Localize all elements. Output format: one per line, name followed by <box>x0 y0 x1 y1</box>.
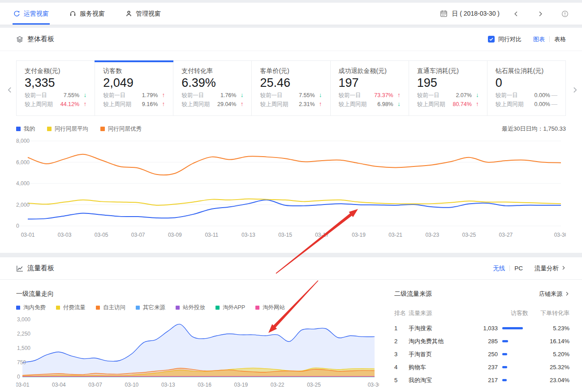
row-rank: 2 <box>394 338 409 345</box>
cards-next-icon[interactable] <box>571 86 578 95</box>
legend-item[interactable]: 同行同层平均 <box>47 125 88 133</box>
calendar-icon[interactable] <box>440 10 448 17</box>
view-table-link[interactable]: 表格 <box>554 35 566 43</box>
metric-label: 客单价(元) <box>260 67 322 75</box>
metric-label: 访客数 <box>103 67 165 75</box>
peer-compare-checkbox[interactable] <box>488 36 495 43</box>
traffic-trend-chart[interactable]: 07501,5002,2503,00003-0103-0403-0703-100… <box>16 314 379 391</box>
row-visitors: 285 <box>470 338 498 345</box>
svg-text:4,000: 4,000 <box>16 180 30 187</box>
traffic-title: 流量看板 <box>27 264 54 273</box>
trend-flat-icon: — <box>550 91 557 99</box>
metric-card-refund-amount[interactable]: 成功退款金额(元)197较前一日73.37%↑较上周同期6.98%↓ <box>331 61 409 115</box>
traffic-analysis-link[interactable]: 流量分析 <box>535 264 566 273</box>
svg-text:03-13: 03-13 <box>241 232 255 238</box>
col-visitors: 访客数 <box>470 309 528 317</box>
metric-value: 195 <box>417 75 479 90</box>
metric-label: 钻石展位消耗(元) <box>496 67 557 75</box>
tab-management[interactable]: 管理视窗 <box>125 3 161 25</box>
metric-label: 支付转化率 <box>181 67 243 75</box>
svg-text:03-04: 03-04 <box>52 382 66 388</box>
row-source: 我的淘宝 <box>409 376 470 384</box>
peer-compare-label[interactable]: 同行对比 <box>498 35 522 43</box>
compare-value: 0.00% <box>535 91 550 99</box>
overview-trend-chart[interactable]: 02,0004,0006,0008,00003-0103-0303-0503-0… <box>16 136 566 244</box>
metric-card-diamond-cost[interactable]: 钻石展位消耗(元)0较前一日0.00%—较上周同期0.00%— <box>487 61 565 115</box>
svg-text:03-25: 03-25 <box>307 382 321 388</box>
source-table-header: 排名流量来源访客数下单转化率 <box>394 309 569 317</box>
table-row[interactable]: 3手淘首页2505.20% <box>394 348 569 361</box>
source-table-body: 1手淘搜索1,0335.23%2淘内免费其他28516.14%3手淘首页2505… <box>394 322 569 387</box>
legend-item[interactable]: 其它来源 <box>136 304 165 311</box>
trend-down-arrow-icon: ↓ <box>315 91 322 99</box>
trend-up-arrow-icon: ↑ <box>236 100 243 108</box>
compare-row: 较上周同期9.16%↑ <box>103 100 165 108</box>
view-chart-link[interactable]: 图表 <box>533 35 545 43</box>
legend-label: 同行同层优秀 <box>108 125 142 133</box>
compare-value: 44.12% <box>60 100 79 108</box>
row-rank: 4 <box>394 364 409 371</box>
metric-card-ztc-cost[interactable]: 直通车消耗(元)195较前一日2.07%↓较上周同期80.74%↑ <box>409 61 487 115</box>
traffic-controls: 无线 PC 流量分析 <box>493 264 566 273</box>
svg-text:750: 750 <box>17 359 26 366</box>
info-icon[interactable] <box>561 10 569 17</box>
legend-label: 自主访问 <box>103 304 125 311</box>
table-row[interactable]: 2淘内免费其他28516.14% <box>394 335 569 348</box>
primary-traffic-title: 一级流量走向 <box>16 290 379 298</box>
layers-icon <box>16 36 23 43</box>
tab-service[interactable]: 服务视窗 <box>69 3 105 25</box>
shop-source-link[interactable]: 店铺来源 <box>539 290 569 298</box>
cards-prev-icon[interactable] <box>6 86 13 95</box>
svg-text:03-13: 03-13 <box>161 382 175 388</box>
table-row[interactable]: 4购物车23725.32% <box>394 361 569 374</box>
svg-text:2,250: 2,250 <box>17 331 30 337</box>
table-row[interactable]: 1手淘搜索1,0335.23% <box>394 322 569 335</box>
compare-row: 较前一日0.00%— <box>496 91 557 99</box>
svg-text:03-01: 03-01 <box>21 232 35 238</box>
legend-item[interactable]: 我的 <box>16 125 35 133</box>
compare-value: 0.00% <box>535 100 550 108</box>
metric-card-pay-conversion[interactable]: 支付转化率6.39%较前一日1.76%↓较上周同期29.04%↑ <box>173 61 252 115</box>
legend-item[interactable]: 自主访问 <box>96 304 125 311</box>
svg-text:03-21: 03-21 <box>388 232 402 238</box>
metric-card-pay-amount[interactable]: 支付金额(元)3,335较前一日7.55%↓较上周同期44.12%↑ <box>17 61 95 115</box>
prev-date-button[interactable] <box>513 11 519 17</box>
legend-item[interactable]: 站外投放 <box>176 304 205 311</box>
metric-label: 支付金额(元) <box>25 67 86 75</box>
traffic-analysis-label: 流量分析 <box>535 264 559 273</box>
svg-text:03-03: 03-03 <box>58 232 72 238</box>
tab-operations[interactable]: 运营视窗 <box>13 3 49 25</box>
svg-text:0: 0 <box>16 223 19 229</box>
svg-text:03-09: 03-09 <box>168 232 182 238</box>
legend-item[interactable]: 同行同层优秀 <box>100 125 142 133</box>
trend-down-arrow-icon: ↓ <box>236 91 243 99</box>
legend-item[interactable]: 淘外网站 <box>255 304 285 311</box>
svg-text:2,000: 2,000 <box>16 202 30 208</box>
compare-label: 较上周同期 <box>339 100 367 108</box>
legend-item[interactable]: 付费流量 <box>56 304 86 311</box>
date-range-label[interactable]: 日 ( 2018-03-30 ) <box>452 10 500 18</box>
metric-cards: 支付金额(元)3,335较前一日7.55%↓较上周同期44.12%↑访客数2,0… <box>16 60 566 116</box>
compare-value: 2.31% <box>299 100 315 108</box>
svg-text:03-11: 03-11 <box>205 232 218 238</box>
legend-swatch <box>100 127 105 131</box>
trend-up-arrow-icon: ↑ <box>393 91 401 99</box>
legend-item[interactable]: 淘内免费 <box>16 304 46 311</box>
traffic-legend-items: 淘内免费付费流量自主访问其它来源站外投放淘外APP淘外网站 <box>16 304 379 311</box>
chevron-right-icon <box>565 291 569 298</box>
metric-card-avg-order-value[interactable]: 客单价(元)25.46较前一日7.55%↓较上周同期2.31%↑ <box>252 61 330 115</box>
row-rank: 1 <box>394 325 409 332</box>
legend-swatch <box>216 306 220 310</box>
metric-card-visitors[interactable]: 访客数2,049较前一日1.79%↑较上周同期9.16%↑ <box>95 61 173 115</box>
svg-text:03-30: 03-30 <box>554 232 566 238</box>
legend-item[interactable]: 淘外APP <box>216 304 245 311</box>
next-date-button[interactable] <box>537 11 543 17</box>
table-row[interactable]: 5我的淘宝21723.04% <box>394 374 569 387</box>
compare-label: 较前一日 <box>339 91 361 99</box>
row-visitors: 1,033 <box>470 325 498 332</box>
legend-swatch <box>255 306 259 310</box>
svg-text:03-07: 03-07 <box>131 232 145 238</box>
wireless-tab[interactable]: 无线 <box>493 264 505 273</box>
trend-up-arrow-icon: ↑ <box>315 100 322 108</box>
pc-tab[interactable]: PC <box>514 265 523 272</box>
